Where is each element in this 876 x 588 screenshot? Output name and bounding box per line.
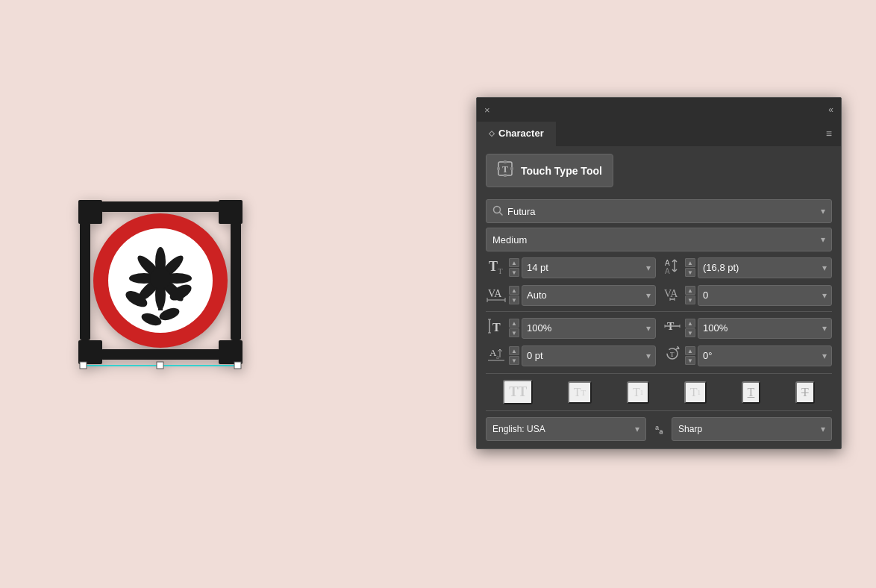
rotation-icon: T (662, 344, 683, 367)
font-size-group: T T ▲ ▼ 14 pt ▾ (486, 256, 656, 279)
ttt-svg-icon: T (497, 160, 513, 177)
titlebar-left: × (484, 105, 493, 114)
baseline-down[interactable]: ▼ (509, 356, 519, 365)
language-dropdown[interactable]: English: USA ▾ (486, 417, 646, 441)
tracking-dropdown-arrow[interactable]: ▾ (646, 290, 651, 301)
svg-rect-4 (101, 201, 220, 212)
horizontal-scale-spinners: ▲ ▼ (685, 319, 695, 337)
rotation-dropdown-arrow[interactable]: ▾ (822, 351, 827, 361)
svg-line-35 (500, 212, 503, 215)
font-size-dropdown-arrow[interactable]: ▾ (646, 263, 651, 273)
kerning-value-box[interactable]: 0 ▾ (698, 285, 832, 306)
font-style-value: Medium (492, 234, 527, 245)
svg-text:A: A (665, 259, 670, 267)
all-caps-button[interactable]: TT (503, 380, 533, 404)
vertical-scale-down[interactable]: ▼ (509, 328, 519, 337)
antialiasing-arrow[interactable]: ▾ (821, 424, 825, 434)
svg-text:T: T (502, 164, 508, 175)
superscript-button[interactable]: T1 (627, 381, 649, 404)
underline-button[interactable]: T (742, 381, 761, 404)
language-row: English: USA ▾ ªₐ Sharp ▾ (486, 417, 832, 441)
close-button[interactable]: × (484, 105, 493, 114)
leading-up[interactable]: ▲ (685, 258, 695, 267)
tab-character-label: Character (498, 128, 544, 139)
svg-rect-33 (504, 174, 507, 177)
antialiasing-value: Sharp (678, 424, 702, 434)
vertical-scale-icon: T (486, 316, 507, 340)
svg-rect-26 (157, 362, 163, 369)
ttt-icon: T (497, 160, 513, 181)
svg-text:T: T (670, 351, 675, 358)
hscale-svg: T (663, 316, 682, 336)
font-family-row: Futura ▾ (486, 199, 832, 223)
leading-value: (16,8 pt) (703, 262, 819, 273)
svg-rect-3 (219, 340, 243, 364)
font-family-input[interactable]: Futura ▾ (486, 199, 832, 223)
font-style-dropdown[interactable]: Medium ▾ (486, 228, 832, 251)
leading-value-box[interactable]: (16,8 pt) ▾ (698, 257, 832, 278)
vscale-dropdown-arrow[interactable]: ▾ (646, 323, 651, 334)
language-arrow[interactable]: ▾ (635, 424, 639, 434)
collapse-button[interactable]: « (828, 104, 833, 115)
baseline-svg: A a (487, 344, 506, 363)
baseline-up[interactable]: ▲ (509, 346, 519, 355)
kerning-value: 0 (703, 290, 819, 301)
rotation-value: 0° (703, 350, 819, 361)
svg-rect-30 (497, 167, 500, 170)
panel-content: T Touch Type Tool (477, 146, 841, 448)
horizontal-scale-up[interactable]: ▲ (685, 319, 695, 328)
leading-dropdown-arrow[interactable]: ▾ (822, 263, 827, 273)
vscale-svg: T (487, 316, 506, 336)
rotation-value-box[interactable]: 0° ▾ (698, 345, 832, 366)
tracking-down[interactable]: ▼ (509, 295, 519, 304)
font-size-icon: T T (486, 256, 507, 279)
subscript-button[interactable]: T1 (684, 381, 707, 404)
character-panel: × « ◇ Character ≡ T (476, 97, 842, 449)
svg-rect-25 (80, 362, 87, 369)
vertical-scale-up[interactable]: ▲ (509, 319, 519, 328)
rotation-up[interactable]: ▲ (685, 346, 695, 355)
tracking-up[interactable]: ▲ (509, 286, 519, 295)
small-caps-button[interactable]: TT (568, 381, 592, 404)
baseline-shift-icon: A a (486, 344, 507, 367)
hscale-dropdown-arrow[interactable]: ▾ (822, 323, 827, 334)
svg-text:VA: VA (664, 288, 678, 299)
aa-icon: ªₐ (652, 423, 666, 436)
font-size-down[interactable]: ▼ (509, 268, 519, 277)
font-size-up[interactable]: ▲ (509, 258, 519, 267)
scale-row: T ▲ ▼ 100% ▾ (486, 316, 832, 340)
vertical-scale-group: T ▲ ▼ 100% ▾ (486, 316, 656, 340)
font-size-value: 14 pt (527, 262, 643, 273)
tracking-value: Auto (527, 290, 643, 301)
kerning-down[interactable]: ▼ (685, 295, 695, 304)
font-family-arrow[interactable]: ▾ (821, 206, 825, 216)
leading-down[interactable]: ▼ (685, 268, 695, 277)
horizontal-scale-down[interactable]: ▼ (685, 328, 695, 337)
svg-rect-7 (231, 222, 241, 340)
panel-menu-button[interactable]: ≡ (817, 122, 841, 146)
baseline-shift-group: A a ▲ ▼ 0 pt ▾ (486, 344, 656, 367)
tracking-value-box[interactable]: Auto ▾ (522, 285, 656, 306)
kerning-icon: VA (662, 284, 683, 307)
font-size-svg: T T (487, 256, 506, 275)
typo-buttons-row: TT TT T1 T1 T T (486, 373, 832, 411)
font-style-arrow[interactable]: ▾ (821, 234, 825, 245)
touch-type-tool-button[interactable]: T Touch Type Tool (486, 154, 613, 187)
artwork-svg (78, 200, 243, 379)
horizontal-scale-value-box[interactable]: 100% ▾ (698, 318, 832, 339)
tab-character[interactable]: ◇ Character (477, 122, 556, 146)
svg-point-18 (150, 268, 171, 289)
vertical-scale-value-box[interactable]: 100% ▾ (522, 318, 656, 339)
search-svg (492, 205, 503, 216)
artwork[interactable] (78, 200, 243, 382)
antialiasing-dropdown[interactable]: Sharp ▾ (672, 417, 832, 441)
vertical-scale-spinners: ▲ ▼ (509, 319, 519, 337)
baseline-dropdown-arrow[interactable]: ▾ (646, 351, 651, 361)
rotation-down[interactable]: ▼ (685, 356, 695, 365)
svg-rect-1 (219, 200, 243, 224)
baseline-value-box[interactable]: 0 pt ▾ (522, 345, 656, 366)
strikethrough-button[interactable]: T (795, 381, 815, 404)
kerning-up[interactable]: ▲ (685, 286, 695, 295)
font-size-value-box[interactable]: 14 pt ▾ (522, 257, 656, 278)
kerning-dropdown-arrow[interactable]: ▾ (822, 290, 827, 301)
